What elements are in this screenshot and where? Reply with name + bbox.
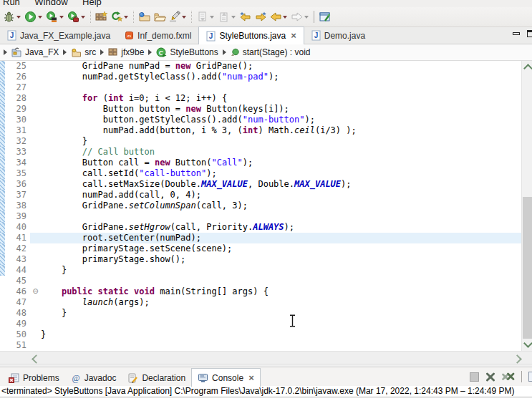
code-text[interactable]: [41, 82, 521, 93]
menu-help[interactable]: Help: [82, 0, 102, 7]
code-line-29[interactable]: 29 Button button = new Button(keys[i]);: [0, 104, 521, 115]
remove-launch-icon[interactable]: [485, 372, 495, 382]
code-line-30[interactable]: 30 button.getStyleClass().add("num-butto…: [0, 115, 521, 125]
code-text[interactable]: for (int i=0; i < 12; i++) {: [41, 93, 521, 104]
code-text[interactable]: call.setId("call-button");: [41, 168, 521, 179]
code-line-26[interactable]: 26 numPad.getStyleClass().add("num-pad")…: [0, 72, 521, 82]
code-line-35[interactable]: 35 call.setId("call-button");: [0, 168, 521, 179]
last-edit-location-button[interactable]: [238, 9, 253, 25]
code-line-39[interactable]: 39: [0, 211, 521, 222]
tab-java-fx-example[interactable]: J Java_FX_Example.java: [0, 27, 117, 44]
code-line-32[interactable]: 32 }: [0, 136, 521, 147]
chevron-down-icon[interactable]: [231, 16, 236, 19]
scroll-right-icon[interactable]: [513, 354, 522, 364]
new-wizard-button[interactable]: [109, 9, 124, 25]
menu-window[interactable]: Window: [34, 0, 67, 7]
code-line-47[interactable]: 47 launch(args);: [0, 297, 521, 308]
next-edit-location-button[interactable]: [253, 9, 268, 25]
code-text[interactable]: }: [41, 136, 521, 147]
chevron-down-icon[interactable]: [38, 16, 42, 19]
code-text[interactable]: GridPane.setHgrow(call, Priority.ALWAYS)…: [41, 222, 521, 233]
code-line-48[interactable]: 48 }: [0, 308, 521, 319]
code-line-27[interactable]: 27: [0, 82, 521, 93]
code-line-45[interactable]: 45: [0, 276, 521, 286]
tab-stylebuttons[interactable]: J StyleButtons.java ×: [198, 26, 304, 44]
chevron-down-icon[interactable]: [16, 16, 21, 19]
tab-problems[interactable]: Problems: [3, 370, 65, 386]
code-text[interactable]: }: [41, 265, 521, 276]
run-button[interactable]: [23, 9, 38, 25]
code-text[interactable]: [41, 319, 521, 329]
scroll-left-icon[interactable]: [32, 354, 41, 364]
code-text[interactable]: call.setMaxSize(Double.MAX_VALUE, Double…: [41, 179, 521, 190]
code-text[interactable]: [41, 276, 521, 286]
clipped-toolbar-icon[interactable]: [528, 372, 532, 382]
code-line-46[interactable]: 46⊖ public static void main(String[] arg…: [0, 286, 521, 297]
next-annotation-button[interactable]: [195, 9, 210, 25]
breadcrumb-item-package[interactable]: jfx9be: [105, 47, 147, 57]
code-text[interactable]: [41, 340, 521, 351]
chevron-down-icon[interactable]: [210, 16, 214, 19]
code-text[interactable]: numPad.add(button, i % 3, (int) Math.cei…: [41, 125, 521, 136]
back-button[interactable]: [268, 9, 283, 25]
coverage-button[interactable]: [44, 9, 59, 25]
tab-javadoc[interactable]: @ Javadoc: [65, 370, 122, 386]
breadcrumb-item-class[interactable]: C StyleButtons: [153, 47, 221, 58]
code-line-25[interactable]: 25 GridPane numPad = new GridPane();: [0, 61, 521, 72]
code-text[interactable]: }: [41, 329, 521, 340]
code-line-33[interactable]: 33 // Call button: [0, 147, 521, 158]
scroll-down-icon[interactable]: [523, 339, 532, 348]
new-java-package-button[interactable]: [94, 9, 109, 25]
chevron-down-icon[interactable]: [304, 16, 309, 19]
breadcrumb-arrow-icon[interactable]: [63, 49, 67, 55]
code-line-37[interactable]: 37 numPad.add(call, 0, 4);: [0, 190, 521, 200]
chevron-down-icon[interactable]: [81, 16, 85, 19]
breadcrumb-arrow-icon[interactable]: [148, 49, 152, 55]
code-text[interactable]: GridPane numPad = new GridPane();: [41, 61, 521, 72]
code-text[interactable]: primaryStage.setScene(scene);: [41, 243, 521, 254]
code-text[interactable]: }: [41, 308, 521, 319]
code-line-40[interactable]: 40 GridPane.setHgrow(call, Priority.ALWA…: [0, 222, 521, 233]
maximize-icon[interactable]: [527, 30, 532, 37]
code-text[interactable]: GridPane.setColumnSpan(call, 3);: [41, 200, 521, 211]
breadcrumb-item-project[interactable]: Java_FX: [9, 47, 62, 57]
code-text[interactable]: numPad.getStyleClass().add("num-pad");: [41, 72, 521, 82]
code-line-42[interactable]: 42 primaryStage.setScene(scene);: [0, 243, 521, 254]
close-icon[interactable]: ×: [291, 32, 296, 39]
code-line-44[interactable]: 44 }: [0, 265, 521, 276]
scroll-up-icon[interactable]: [523, 64, 532, 73]
tab-declaration[interactable]: Declaration: [122, 370, 191, 386]
horizontal-scrollbar[interactable]: [0, 351, 532, 364]
highlighter-button[interactable]: [167, 9, 182, 25]
previous-annotation-button[interactable]: [216, 9, 231, 25]
code-text[interactable]: numPad.add(call, 0, 4);: [41, 190, 521, 200]
code-line-49[interactable]: 49: [0, 319, 521, 329]
debug-button[interactable]: [1, 9, 16, 25]
code-line-31[interactable]: 31 numPad.add(button, i % 3, (int) Math.…: [0, 125, 521, 136]
code-text[interactable]: button.getStyleClass().add("num-button")…: [41, 115, 521, 125]
code-lines[interactable]: 25 GridPane numPad = new GridPane();26 n…: [0, 61, 521, 351]
terminate-button[interactable]: [470, 372, 479, 382]
breadcrumb-arrow-icon[interactable]: [223, 49, 226, 55]
profile-button[interactable]: [66, 9, 81, 25]
code-line-28[interactable]: 28 for (int i=0; i < 12; i++) {: [0, 93, 521, 104]
tab-console[interactable]: Console ×: [191, 368, 261, 387]
code-line-41[interactable]: 41 root.setCenter(numPad);: [0, 233, 521, 243]
remove-all-terminated-icon[interactable]: [502, 372, 515, 382]
close-icon[interactable]: ×: [248, 374, 254, 382]
code-text[interactable]: public static void main(String[] args) {: [41, 286, 521, 297]
chevron-down-icon[interactable]: [283, 16, 287, 19]
open-task-button[interactable]: [137, 9, 152, 25]
vertical-scrollbar[interactable]: [521, 61, 532, 351]
code-text[interactable]: // Call button: [41, 147, 521, 158]
breadcrumb-item-method[interactable]: start(Stage) : void: [228, 47, 314, 57]
chevron-down-icon[interactable]: [182, 16, 186, 19]
code-line-51[interactable]: 51: [0, 340, 521, 351]
breadcrumb-arrow-icon[interactable]: [4, 49, 7, 55]
minimize-icon[interactable]: [513, 32, 520, 35]
code-text[interactable]: Button call = new Button("Call");: [41, 158, 521, 168]
code-line-36[interactable]: 36 call.setMaxSize(Double.MAX_VALUE, Dou…: [0, 179, 521, 190]
forward-button[interactable]: [289, 9, 304, 25]
code-line-34[interactable]: 34 Button call = new Button("Call");: [0, 158, 521, 168]
console-output[interactable]: [0, 397, 532, 406]
